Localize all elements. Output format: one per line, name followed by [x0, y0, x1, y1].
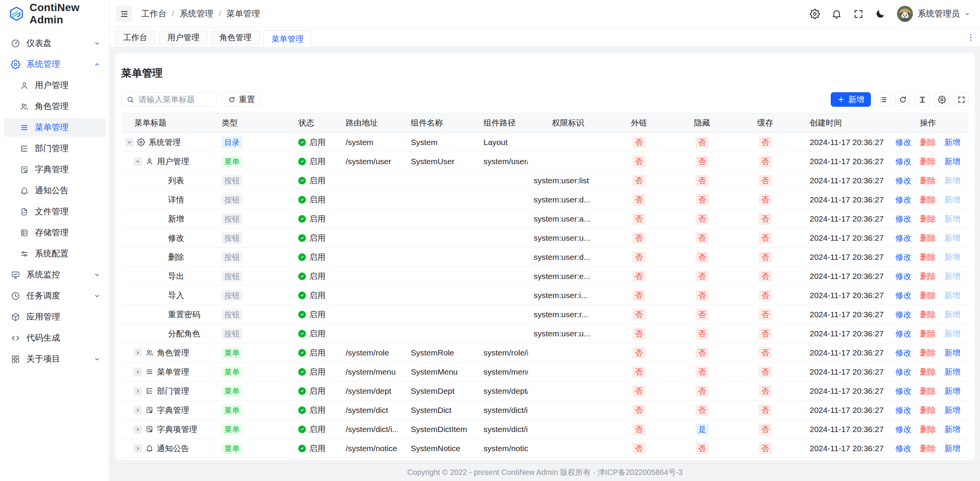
fullscreen-icon[interactable]	[853, 9, 864, 19]
expand-row-button[interactable]	[134, 406, 142, 414]
sidebar-item-关于项目[interactable]: 关于项目	[4, 350, 106, 368]
delete-row-link[interactable]: 删除	[920, 405, 936, 416]
delete-row-link[interactable]: 删除	[920, 194, 936, 205]
bool-tag: 否	[759, 443, 772, 454]
edit-row-link[interactable]: 修改	[895, 137, 911, 148]
add-child-link[interactable]: 新增	[944, 386, 960, 396]
add-child-link[interactable]: 新增	[944, 137, 960, 148]
edit-row-link[interactable]: 修改	[895, 424, 911, 435]
menu-management-card: 菜单管理 重置 新增	[115, 53, 975, 460]
list-tool-button[interactable]	[876, 92, 890, 107]
edit-row-link[interactable]: 修改	[895, 175, 911, 186]
gear-tool-button[interactable]	[934, 92, 949, 107]
edit-row-link[interactable]: 修改	[895, 271, 911, 282]
sidebar-item-角色管理[interactable]: 角色管理	[4, 97, 106, 116]
fullscreen-tool-button[interactable]	[954, 92, 969, 107]
delete-row-link[interactable]: 删除	[920, 290, 936, 301]
sidebar-collapse-button[interactable]	[116, 6, 132, 22]
sidebar-item-应用管理[interactable]: 应用管理	[4, 308, 106, 326]
edit-row-link[interactable]: 修改	[895, 194, 911, 205]
edit-row-link[interactable]: 修改	[895, 233, 911, 243]
sidebar-item-字典管理[interactable]: 字典管理	[4, 160, 106, 179]
delete-row-link[interactable]: 删除	[920, 424, 936, 435]
delete-row-link[interactable]: 删除	[920, 271, 936, 282]
sidebar-item-系统监控[interactable]: 系统监控	[4, 266, 106, 284]
delete-row-link[interactable]: 删除	[920, 309, 936, 320]
delete-row-link[interactable]: 删除	[920, 233, 936, 243]
collapse-row-button[interactable]	[125, 138, 134, 147]
sidebar-item-通知公告[interactable]: 通知公告	[4, 181, 106, 200]
sidebar-item-代码生成[interactable]: 代码生成	[4, 329, 106, 347]
sidebar-item-任务调度[interactable]: 任务调度	[4, 287, 106, 305]
sidebar-item-部门管理[interactable]: 部门管理	[4, 139, 106, 158]
avatar[interactable]	[897, 6, 913, 22]
sidebar-item-用户管理[interactable]: 用户管理	[4, 76, 106, 95]
menu-title-text: 新增	[168, 214, 184, 224]
delete-row-link[interactable]: 删除	[920, 347, 936, 358]
add-child-link[interactable]: 新增	[944, 367, 960, 377]
delete-row-link[interactable]: 删除	[920, 328, 936, 339]
delete-row-link[interactable]: 删除	[920, 443, 936, 454]
edit-row-link[interactable]: 修改	[895, 367, 911, 377]
sidebar-item-系统管理[interactable]: 系统管理	[4, 55, 106, 73]
edit-row-link[interactable]: 修改	[895, 214, 911, 224]
tab-用户管理[interactable]: 用户管理	[159, 31, 207, 44]
add-child-link[interactable]: 新增	[944, 424, 960, 435]
edit-row-link[interactable]: 修改	[895, 386, 911, 396]
delete-row-link[interactable]: 删除	[920, 367, 936, 377]
vertical-dots-icon[interactable]	[966, 33, 975, 42]
edit-row-link[interactable]: 修改	[895, 252, 911, 263]
type-tag: 按钮	[222, 328, 242, 339]
add-child-link[interactable]: 新增	[944, 156, 960, 167]
delete-row-link[interactable]: 删除	[920, 175, 936, 186]
delete-row-link[interactable]: 删除	[920, 156, 936, 167]
sidebar-item-菜单管理[interactable]: 菜单管理	[4, 118, 106, 137]
column-header-类型: 类型	[222, 117, 279, 128]
bell-icon[interactable]	[831, 9, 842, 19]
tab-菜单管理[interactable]: 菜单管理	[263, 31, 312, 47]
breadcrumb-item[interactable]: 工作台	[141, 8, 167, 20]
edit-row-link[interactable]: 修改	[895, 405, 911, 416]
expand-row-button[interactable]	[134, 444, 142, 453]
edit-row-link[interactable]: 修改	[895, 347, 911, 358]
status-enabled-icon	[298, 215, 306, 223]
topbar-right: 系统管理员	[810, 6, 970, 22]
refresh-tool-button[interactable]	[895, 92, 910, 107]
add-child-link[interactable]: 新增	[944, 443, 960, 454]
tab-角色管理[interactable]: 角色管理	[211, 31, 260, 44]
tab-工作台[interactable]: 工作台	[115, 31, 155, 44]
breadcrumb-item[interactable]: 菜单管理	[226, 8, 260, 20]
sidebar-item-文件管理[interactable]: 文件管理	[4, 202, 106, 221]
search-input[interactable]	[138, 95, 211, 104]
sidebar-item-存储管理[interactable]: 存储管理	[4, 223, 106, 242]
moon-icon[interactable]	[875, 9, 885, 19]
delete-row-link[interactable]: 删除	[920, 386, 936, 396]
delete-row-link[interactable]: 删除	[920, 214, 936, 224]
breadcrumb-item[interactable]: 系统管理	[180, 8, 213, 20]
gear-icon[interactable]	[810, 9, 820, 19]
edit-row-link[interactable]: 修改	[895, 309, 911, 320]
add-child-link[interactable]: 新增	[944, 347, 960, 358]
edit-row-link[interactable]: 修改	[895, 290, 911, 301]
bool-tag: 否	[759, 328, 772, 339]
delete-row-link[interactable]: 删除	[920, 252, 936, 263]
collapse-row-button[interactable]	[134, 157, 142, 166]
user-menu[interactable]: 系统管理员	[897, 6, 970, 22]
edit-row-link[interactable]: 修改	[895, 328, 911, 339]
monitor-icon	[11, 270, 20, 280]
add-child-link[interactable]: 新增	[944, 405, 960, 416]
line-height-tool-button[interactable]	[915, 92, 929, 107]
sidebar-item-系统配置[interactable]: 系统配置	[4, 245, 106, 263]
add-button[interactable]: 新增	[831, 92, 871, 107]
delete-row-link[interactable]: 删除	[920, 137, 936, 148]
expand-row-button[interactable]	[134, 387, 142, 395]
sidebar-item-仪表盘[interactable]: 仪表盘	[4, 34, 106, 52]
expand-row-button[interactable]	[134, 349, 142, 357]
expand-row-button[interactable]	[134, 425, 142, 434]
expand-row-button[interactable]	[134, 368, 142, 376]
search-box	[121, 92, 216, 107]
type-tag: 菜单	[222, 385, 242, 397]
edit-row-link[interactable]: 修改	[895, 443, 911, 454]
edit-row-link[interactable]: 修改	[895, 156, 911, 167]
reset-button[interactable]: 重置	[222, 92, 261, 107]
